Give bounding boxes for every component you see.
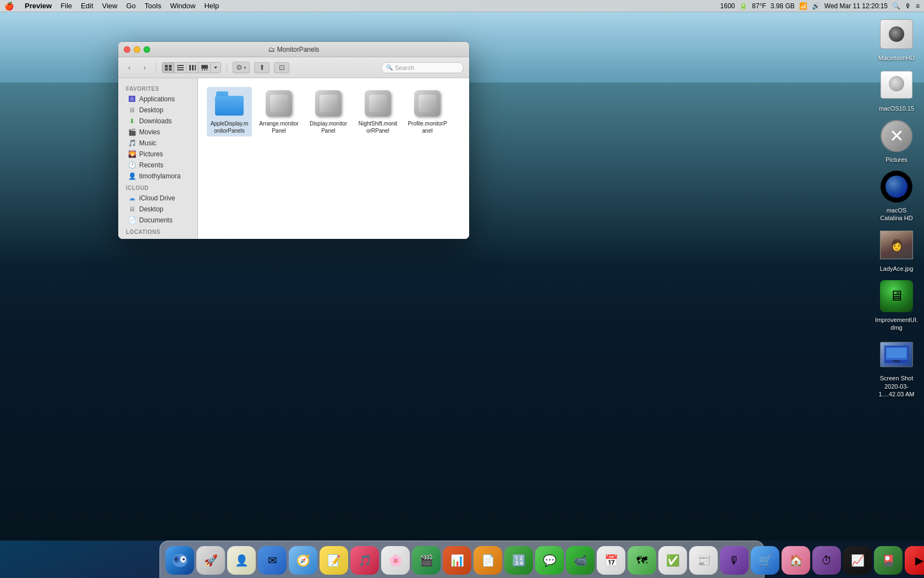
dock-stocks[interactable]: 📈	[843, 546, 872, 575]
menu-window[interactable]: Window	[170, 2, 195, 10]
sidebar-item-user[interactable]: 👤 timothylamora	[120, 171, 195, 182]
pictures-label: Pictures	[886, 156, 908, 163]
forward-button[interactable]: ›	[139, 63, 150, 72]
sidebar-applications-label: Applications	[139, 95, 175, 103]
dock-solitaire[interactable]: 🎴	[874, 546, 903, 575]
view-list-mode[interactable]	[174, 63, 186, 73]
desktop-icon-macos1015[interactable]: macOS10.15	[875, 67, 919, 112]
status-siri[interactable]: 🎙	[905, 2, 911, 10]
desktop-icon-catalina[interactable]: macOS Catalina HD	[875, 169, 919, 222]
sidebar-item-applications[interactable]: 🅰 Applications	[120, 94, 195, 105]
svg-rect-2	[165, 68, 168, 70]
file-item-arrange[interactable]: Arrange.monitorPanel	[256, 87, 301, 137]
desktop-icon-improvement[interactable]: ImprovementUI.dmg	[875, 279, 919, 332]
dock-contacts[interactable]: 👤	[227, 546, 256, 575]
more-button[interactable]: ⊡	[274, 62, 289, 73]
dock-imovie[interactable]: 🎬	[412, 546, 441, 575]
desktop-icon-pictures[interactable]: ✕ Pictures	[875, 118, 919, 163]
sidebar-pictures-label: Pictures	[139, 150, 163, 158]
movies-icon: 🎬	[128, 128, 136, 136]
dock-podcasts[interactable]: 🎙	[720, 546, 749, 575]
macos1015-icon-img	[879, 67, 914, 102]
screenshot-label: Screen Shot2020-03-1....42.03 AM	[875, 374, 919, 398]
file-item-nightshift[interactable]: NightShift.monitorRPanel	[355, 87, 400, 137]
status-notifications[interactable]: ≡	[916, 2, 920, 10]
dock-appstore[interactable]: 🛒	[751, 546, 779, 575]
menu-help[interactable]: Help	[204, 2, 219, 10]
menu-file[interactable]: File	[61, 2, 72, 10]
dock-safari[interactable]: 🧭	[289, 546, 317, 575]
dock-screentime[interactable]: ⏱	[812, 546, 841, 575]
svg-rect-8	[192, 65, 194, 70]
dock-finder[interactable]	[166, 546, 194, 575]
desktop-icon-ladyace[interactable]: 👩 LadyAce.jpg	[875, 227, 919, 272]
dock-facetime[interactable]: 📹	[566, 546, 595, 575]
share-button[interactable]: ⬆	[254, 62, 270, 73]
dock-reminders[interactable]: ✅	[658, 546, 687, 575]
dock-youtube[interactable]: ▶	[905, 546, 924, 575]
svg-rect-6	[177, 69, 184, 70]
sidebar-item-documents[interactable]: 📄 Documents	[120, 215, 195, 226]
minimize-button[interactable]	[134, 46, 140, 53]
menu-tools[interactable]: Tools	[145, 2, 161, 10]
menu-go[interactable]: Go	[126, 2, 135, 10]
svg-rect-7	[189, 65, 191, 70]
user-icon: 👤	[128, 172, 136, 180]
file-item-appledisplay[interactable]: AppleDisplay.monitorPanels	[207, 87, 252, 137]
menu-view[interactable]: View	[102, 2, 118, 10]
dock-home[interactable]: 🏠	[782, 546, 810, 575]
dock-launchpad[interactable]: 🚀	[196, 546, 225, 575]
action-button[interactable]: ⚙▾	[233, 62, 250, 73]
dock-messages[interactable]: 💬	[535, 546, 564, 575]
finder-titlebar: 🗂 MonitorPanels	[118, 42, 469, 57]
dock-mail[interactable]: ✉	[258, 546, 287, 575]
screenshot-shape	[880, 342, 913, 367]
file-item-display[interactable]: Display.monitorPanel	[306, 87, 351, 137]
improvement-icon-img	[879, 279, 914, 314]
svg-rect-10	[201, 65, 208, 69]
sidebar-item-icloud-drive[interactable]: ☁ iCloud Drive	[120, 193, 195, 204]
sidebar-recents-label: Recents	[139, 161, 163, 169]
sidebar-desktop-label: Desktop	[139, 106, 163, 114]
dock-pages[interactable]: 📄	[474, 546, 502, 575]
sidebar-item-recents[interactable]: 🕐 Recents	[120, 160, 195, 171]
sidebar-item-music[interactable]: 🎵 Music	[120, 138, 195, 149]
sidebar-item-pictures[interactable]: 🌄 Pictures	[120, 149, 195, 160]
dock-notes[interactable]: 📝	[320, 546, 348, 575]
search-box[interactable]: 🔍 Search	[381, 62, 464, 73]
status-search[interactable]: 🔍	[892, 2, 900, 10]
dock-photos[interactable]: 🌸	[381, 546, 410, 575]
plugin-icon-profile	[413, 89, 442, 118]
sidebar-item-downloads[interactable]: ⬇ Downloads	[120, 116, 195, 127]
menu-edit[interactable]: Edit	[81, 2, 93, 10]
sidebar-item-desktop[interactable]: 🖥 Desktop	[120, 105, 195, 116]
desktop-icon-macintosh-hd[interactable]: MacintoshHD	[875, 17, 919, 62]
view-column-mode[interactable]	[186, 63, 199, 73]
view-gallery-mode[interactable]	[199, 63, 211, 73]
svg-rect-17	[887, 348, 906, 358]
back-button[interactable]: ‹	[124, 63, 135, 72]
sidebar-item-movies[interactable]: 🎬 Movies	[120, 127, 195, 138]
app-name[interactable]: Preview	[25, 2, 52, 10]
desktop-icons-area: MacintoshHD macOS10.15 ✕ Pictures macOS …	[875, 17, 919, 398]
file-item-profile[interactable]: Profile.monitorPanel	[405, 87, 450, 137]
pictures-icon: 🌄	[128, 150, 136, 158]
desktop-icon: 🖥	[128, 106, 136, 114]
maximize-button[interactable]	[144, 46, 150, 53]
sidebar-item-timothy-mac[interactable]: 💻 Timothy's iMac	[120, 237, 195, 239]
pictures-shape: ✕	[881, 120, 912, 152]
close-button[interactable]	[124, 46, 130, 53]
dock-keynote[interactable]: 📊	[443, 546, 471, 575]
view-icon-mode[interactable]	[162, 63, 174, 73]
dock-news[interactable]: 📰	[689, 546, 718, 575]
dock-numbers[interactable]: 🔢	[504, 546, 533, 575]
dock-music[interactable]: 🎵	[350, 546, 379, 575]
dock-maps[interactable]: 🗺	[628, 546, 656, 575]
view-options-dropdown[interactable]	[211, 63, 221, 73]
music-icon: 🎵	[128, 139, 136, 147]
desktop-icon-screenshot[interactable]: Screen Shot2020-03-1....42.03 AM	[875, 337, 919, 398]
dock-calendar[interactable]: 📅	[597, 546, 625, 575]
folder-icon: 🗂	[268, 46, 275, 53]
sidebar-item-icloud-desktop[interactable]: 🖥 Desktop	[120, 204, 195, 215]
apple-menu[interactable]: 🍎	[4, 2, 14, 10]
